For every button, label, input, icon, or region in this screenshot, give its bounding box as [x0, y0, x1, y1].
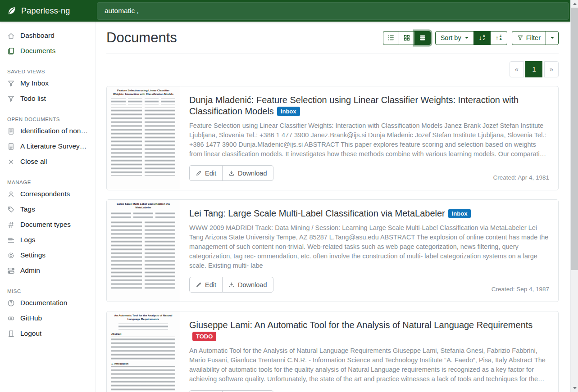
sidebar-item-settings[interactable]: Settings — [0, 248, 95, 263]
sidebar-item-open-doc-2[interactable]: A Literature Survey on ... — [0, 139, 95, 154]
sort-group: Sort by ↓ A Z ↑ Z A — [435, 31, 507, 45]
edit-button[interactable]: Edit — [189, 390, 223, 392]
door-icon — [7, 330, 15, 338]
sort-descending-button[interactable]: ↓ A Z — [473, 31, 491, 45]
arrow-down-icon: ↓ — [479, 35, 482, 41]
card-actions: Edit Download — [189, 165, 273, 181]
sidebar-item-close-all[interactable]: Close all — [0, 154, 95, 169]
sidebar-item-open-doc-1[interactable]: Identification of non-fu... — [0, 123, 95, 139]
link-icon — [7, 315, 15, 322]
sidebar-item-github[interactable]: GitHub — [0, 311, 95, 326]
sidebar-item-documentation[interactable]: Documentation — [0, 295, 95, 311]
document-excerpt: WWW 2009 MADRID! Track: Data Mining / Se… — [189, 223, 549, 270]
page-scrollbar[interactable] — [570, 0, 578, 392]
pagination-prev[interactable]: « — [510, 61, 524, 77]
hash-icon — [7, 221, 15, 229]
grid-view-icon — [403, 34, 410, 41]
scrollbar-thumb[interactable] — [571, 8, 578, 270]
arrow-up-icon: ↑ — [496, 35, 499, 41]
scrollbar-down-arrow[interactable] — [571, 384, 578, 392]
sidebar-item-documents[interactable]: Documents — [0, 43, 95, 59]
filter-button[interactable]: Filter — [512, 31, 546, 45]
thumbnail-text — [111, 337, 175, 360]
document-thumbnail[interactable]: Large Scale Multi-Label Classification v… — [107, 200, 180, 302]
sidebar-item-tags[interactable]: Tags — [0, 202, 95, 217]
details-view-button[interactable] — [414, 31, 431, 45]
thumbnail-title: Feature Selection using Linear Classifie… — [112, 89, 175, 96]
sidebar-item-dashboard[interactable]: Dashboard — [0, 28, 95, 43]
file-text-icon — [7, 127, 15, 135]
pagination-next[interactable]: » — [544, 61, 559, 77]
sidebar-item-logs[interactable]: Logs — [0, 232, 95, 248]
pencil-icon — [196, 170, 202, 176]
funnel-icon — [7, 95, 15, 103]
sidebar-item-todo-list[interactable]: Todo list — [0, 91, 95, 106]
tag-badge-inbox[interactable]: Inbox — [277, 107, 300, 116]
pencil-icon — [196, 282, 202, 288]
sort-az-letters: A Z — [483, 35, 485, 41]
document-title-link[interactable]: Giuseppe Lami: An Automatic Tool for the… — [189, 320, 549, 342]
funnel-icon — [517, 35, 523, 41]
main-content: Documents — [96, 22, 570, 392]
thumbnail-text — [111, 366, 175, 392]
download-icon — [228, 170, 235, 176]
sidebar-item-logout[interactable]: Logout — [0, 326, 95, 341]
thumbnail-text — [111, 221, 175, 289]
scrollbar-up-arrow[interactable] — [571, 0, 578, 8]
sidebar-item-correspondents[interactable]: Correspondents — [0, 186, 95, 202]
card-actions: Edit Download — [189, 390, 273, 392]
document-thumbnail[interactable]: Feature Selection using Linear Classifie… — [107, 86, 180, 190]
question-circle-icon — [7, 299, 15, 307]
sort-ascending-button[interactable]: ↑ Z A — [490, 31, 507, 45]
download-button[interactable]: Download — [222, 277, 273, 293]
top-navbar: Paperless-ng — [0, 0, 570, 22]
document-thumbnail[interactable]: An Automatic Tool for the Analysis of Na… — [107, 311, 180, 392]
document-card: Feature Selection using Linear Classifie… — [106, 86, 559, 190]
brand[interactable]: Paperless-ng — [0, 6, 96, 16]
grid-view-button[interactable] — [399, 31, 415, 45]
document-card: Large Scale Multi-Label Classification v… — [106, 199, 559, 302]
funnel-icon — [7, 80, 15, 87]
logs-icon — [7, 236, 15, 244]
caret-down-icon — [465, 37, 469, 39]
edit-button[interactable]: Edit — [189, 277, 223, 293]
document-excerpt: Feature Selection using Linear Classifie… — [189, 121, 549, 159]
thumbnail-title: Large Scale Multi-Label Classification v… — [112, 202, 175, 210]
sidebar-item-my-inbox[interactable]: My Inbox — [0, 76, 95, 91]
paperless-app: Paperless-ng Dashboard Documents SAVED V… — [0, 0, 578, 392]
document-title-link[interactable]: Dunja Mladenić: Feature Selection using … — [189, 95, 549, 117]
caret-down-icon — [551, 37, 554, 39]
section-misc: MISC — [0, 284, 95, 295]
list-view-icon — [387, 34, 395, 41]
sidebar-item-document-types[interactable]: Document types — [0, 217, 95, 232]
pagination-page-1[interactable]: 1 — [525, 61, 542, 77]
leaf-logo-icon — [7, 6, 17, 16]
created-date: Created: Apr 4, 1981 — [493, 174, 549, 181]
thumbnail-authors — [111, 99, 175, 104]
person-icon — [7, 190, 15, 198]
document-excerpt: An Automatic Tool for the Analysis of Na… — [189, 346, 549, 384]
tag-badge-todo[interactable]: TODO — [192, 332, 216, 341]
card-actions: Edit Download — [189, 277, 273, 293]
search-input[interactable] — [97, 2, 569, 20]
list-view-button[interactable] — [383, 31, 399, 45]
thumbnail-title: An Automatic Tool for the Analysis of Na… — [112, 314, 175, 321]
search-bar-container — [96, 2, 570, 20]
download-button[interactable]: Download — [222, 390, 273, 392]
thumbnail-text — [111, 108, 175, 176]
section-saved-views: SAVED VIEWS — [0, 65, 95, 76]
page-title: Documents — [106, 28, 177, 48]
tag-icon — [7, 206, 15, 213]
file-text-icon — [7, 143, 15, 150]
filter-group: Filter — [512, 31, 559, 45]
sidebar-item-admin[interactable]: Admin — [0, 263, 95, 278]
download-button[interactable]: Download — [222, 165, 273, 181]
sidebar: Dashboard Documents SAVED VIEWS My Inbox… — [0, 22, 96, 392]
sort-by-dropdown[interactable]: Sort by — [435, 31, 474, 45]
tag-badge-inbox[interactable]: Inbox — [448, 209, 471, 218]
filter-dropdown-toggle[interactable] — [546, 31, 559, 45]
edit-button[interactable]: Edit — [189, 165, 223, 181]
document-title-link[interactable]: Lei Tang: Large Scale Multi-Label Classi… — [189, 208, 549, 219]
gear-icon — [7, 252, 15, 259]
home-icon — [7, 32, 15, 40]
